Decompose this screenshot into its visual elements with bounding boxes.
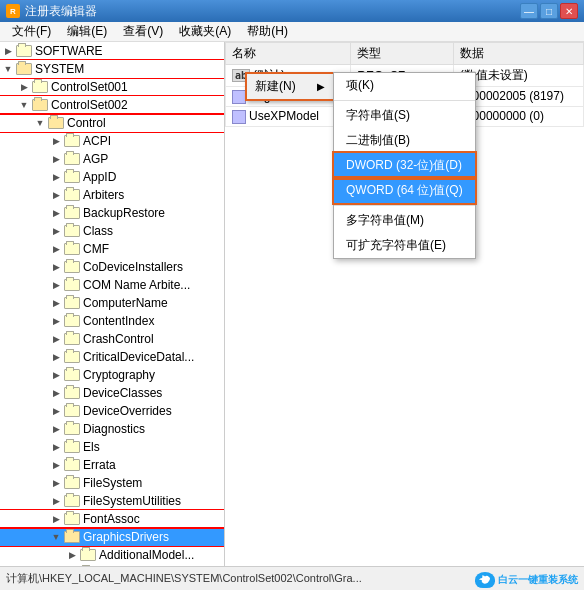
tree-node-filesystem[interactable]: ▶FileSystem (0, 474, 224, 492)
submenu-item-key[interactable]: 项(K) (334, 73, 475, 98)
tree-node-deviceclasses[interactable]: ▶DeviceClasses (0, 384, 224, 402)
tree-label-filesystemutilities: FileSystemUtilities (83, 494, 181, 508)
tree-node-cmf[interactable]: ▶CMF (0, 240, 224, 258)
tree-node-arbiters[interactable]: ▶Arbiters (0, 186, 224, 204)
tree-expander-cryptography[interactable]: ▶ (48, 367, 64, 383)
tree-label-acpi: ACPI (83, 134, 111, 148)
tree-expander-errata[interactable]: ▶ (48, 457, 64, 473)
menu-bar: 文件(F) 编辑(E) 查看(V) 收藏夹(A) 帮助(H) (0, 22, 584, 42)
folder-icon-filesystemutilities (64, 495, 80, 507)
tree-node-additionalmodel[interactable]: ▶AdditionalModel... (0, 546, 224, 564)
tree-node-appid[interactable]: ▶AppID (0, 168, 224, 186)
submenu-item-qword[interactable]: QWORD (64 位)值(Q) (334, 178, 475, 203)
tree-node-cryptography[interactable]: ▶Cryptography (0, 366, 224, 384)
tree-expander-system[interactable]: ▼ (0, 61, 16, 77)
submenu-item-expandstring[interactable]: 可扩充字符串值(E) (334, 233, 475, 258)
tree-node-controlset001[interactable]: ▶ControlSet001 (0, 78, 224, 96)
tree-label-system: SYSTEM (35, 62, 84, 76)
tree-node-controlset002[interactable]: ▼ControlSet002 (0, 96, 224, 114)
tree-node-acpi[interactable]: ▶ACPI (0, 132, 224, 150)
tree-node-system[interactable]: ▼SYSTEM (0, 60, 224, 78)
tree-label-backuprestore: BackupRestore (83, 206, 165, 220)
tree-label-computername: ComputerName (83, 296, 168, 310)
tree-expander-acpi[interactable]: ▶ (48, 133, 64, 149)
tree-expander-software[interactable]: ▶ (0, 43, 16, 59)
tree-node-fontassoc[interactable]: ▶FontAssoc (0, 510, 224, 528)
folder-icon-additionalmodel (80, 549, 96, 561)
tree-expander-agp[interactable]: ▶ (48, 151, 64, 167)
tree-node-els[interactable]: ▶Els (0, 438, 224, 456)
col-type: 类型 (351, 43, 454, 65)
tree-expander-backuprestore[interactable]: ▶ (48, 205, 64, 221)
tree-expander-graphicsdrivers[interactable]: ▼ (48, 529, 64, 545)
folder-icon-software (16, 45, 32, 57)
tree-expander-crashcontrol[interactable]: ▶ (48, 331, 64, 347)
tree-label-cmf: CMF (83, 242, 109, 256)
tree-expander-fontassoc[interactable]: ▶ (48, 511, 64, 527)
reg-name-cell: UseXPModel (226, 106, 351, 126)
tree-label-controlset001: ControlSet001 (51, 80, 128, 94)
submenu-item-binary[interactable]: 二进制值(B) (334, 128, 475, 153)
tree-node-graphicsdrivers[interactable]: ▼GraphicsDrivers (0, 528, 224, 546)
menu-file[interactable]: 文件(F) (4, 21, 59, 42)
tree-node-diagnostics[interactable]: ▶Diagnostics (0, 420, 224, 438)
tree-expander-comnamearbiters[interactable]: ▶ (48, 277, 64, 293)
tree-node-control[interactable]: ▼Control (0, 114, 224, 132)
tree-node-codeviceinstallers[interactable]: ▶CoDeviceInstallers (0, 258, 224, 276)
tree-expander-filesystem[interactable]: ▶ (48, 475, 64, 491)
tree-expander-codeviceinstallers[interactable]: ▶ (48, 259, 64, 275)
tree-node-class[interactable]: ▶Class (0, 222, 224, 240)
submenu-divider-1 (334, 100, 475, 101)
new-submenu: 项(K) 字符串值(S) 二进制值(B) DWORD (32-位)值(D) QW… (333, 72, 476, 259)
tree-node-errata[interactable]: ▶Errata (0, 456, 224, 474)
tree-node-computername[interactable]: ▶ComputerName (0, 294, 224, 312)
folder-icon-controlset001 (32, 81, 48, 93)
tree-expander-els[interactable]: ▶ (48, 439, 64, 455)
tree-node-agp[interactable]: ▶AGP (0, 150, 224, 168)
folder-icon-contentindex (64, 315, 80, 327)
minimize-button[interactable]: — (520, 3, 538, 19)
tree-expander-controlset002[interactable]: ▼ (16, 97, 32, 113)
tree-expander-diagnostics[interactable]: ▶ (48, 421, 64, 437)
tree-expander-appid[interactable]: ▶ (48, 169, 64, 185)
tree-node-deviceoverrides[interactable]: ▶DeviceOverrides (0, 402, 224, 420)
tree-node-software[interactable]: ▶SOFTWARE (0, 42, 224, 60)
maximize-button[interactable]: □ (540, 3, 558, 19)
tree-expander-additionalmodel[interactable]: ▶ (64, 547, 80, 563)
new-menu-button[interactable]: 新建(N) ▶ (245, 72, 335, 101)
tree-node-contentindex[interactable]: ▶ContentIndex (0, 312, 224, 330)
tree-expander-criticaldevicedata[interactable]: ▶ (48, 349, 64, 365)
tree-expander-arbiters[interactable]: ▶ (48, 187, 64, 203)
tree-expander-cmf[interactable]: ▶ (48, 241, 64, 257)
tree-expander-deviceclasses[interactable]: ▶ (48, 385, 64, 401)
bird-icon (475, 572, 495, 588)
tree-expander-controlset001[interactable]: ▶ (16, 79, 32, 95)
tree-node-comnamearbiters[interactable]: ▶COM Name Arbite... (0, 276, 224, 294)
tree-expander-contentindex[interactable]: ▶ (48, 313, 64, 329)
submenu-item-dword[interactable]: DWORD (32-位)值(D) (334, 153, 475, 178)
menu-help[interactable]: 帮助(H) (239, 21, 296, 42)
tree-node-backuprestore[interactable]: ▶BackupRestore (0, 204, 224, 222)
main-container: ▶SOFTWARE▼SYSTEM▶ControlSet001▼ControlSe… (0, 42, 584, 566)
tree-expander-filesystemutilities[interactable]: ▶ (48, 493, 64, 509)
tree-label-control: Control (67, 116, 106, 130)
folder-icon-controlset002 (32, 99, 48, 111)
tree-label-graphicsdrivers: GraphicsDrivers (83, 530, 169, 544)
tree-expander-deviceoverrides[interactable]: ▶ (48, 403, 64, 419)
tree-expander-control[interactable]: ▼ (32, 115, 48, 131)
tree-expander-class[interactable]: ▶ (48, 223, 64, 239)
tree-label-filesystem: FileSystem (83, 476, 142, 490)
submenu-item-multistring[interactable]: 多字符串值(M) (334, 208, 475, 233)
submenu-divider-2 (334, 205, 475, 206)
menu-favorites[interactable]: 收藏夹(A) (171, 21, 239, 42)
menu-edit[interactable]: 编辑(E) (59, 21, 115, 42)
close-button[interactable]: ✕ (560, 3, 578, 19)
submenu-item-sz[interactable]: 字符串值(S) (334, 103, 475, 128)
tree-expander-computername[interactable]: ▶ (48, 295, 64, 311)
tree-label-controlset002: ControlSet002 (51, 98, 128, 112)
menu-view[interactable]: 查看(V) (115, 21, 171, 42)
tree-node-crashcontrol[interactable]: ▶CrashControl (0, 330, 224, 348)
window-controls: — □ ✕ (520, 3, 578, 19)
tree-node-filesystemutilities[interactable]: ▶FileSystemUtilities (0, 492, 224, 510)
tree-node-criticaldevicedata[interactable]: ▶CriticalDeviceDatal... (0, 348, 224, 366)
